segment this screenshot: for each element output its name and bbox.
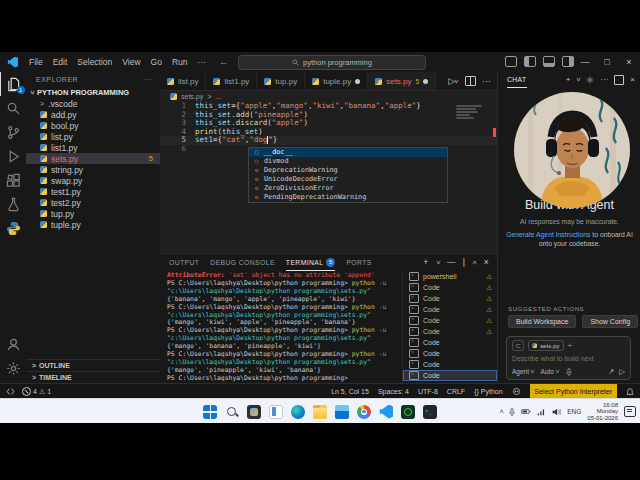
chat-more-icon[interactable]: ···: [600, 75, 608, 84]
menu-view[interactable]: View: [117, 57, 145, 67]
taskbar-chrome-icon[interactable]: [357, 405, 371, 419]
minimize-button[interactable]: —: [574, 52, 596, 72]
activity-bar-settings[interactable]: [0, 356, 26, 380]
activity-bar-source-control[interactable]: [0, 120, 26, 144]
file-test1.py[interactable]: test1.py: [26, 186, 160, 197]
attach-context-icon[interactable]: ⊂: [512, 340, 524, 351]
context-chip[interactable]: sets.py: [528, 340, 564, 351]
outline-section[interactable]: >OUTLINE: [26, 359, 160, 371]
tab-list1.py[interactable]: list1.py: [206, 72, 257, 90]
chat-input-box[interactable]: ⊂ sets.py + Describe what to build next …: [506, 336, 631, 380]
taskbar-snip-icon[interactable]: [269, 405, 283, 419]
model-picker[interactable]: Auto >: [541, 368, 560, 375]
taskbar-edge-icon[interactable]: [291, 405, 305, 419]
add-context-icon[interactable]: +: [568, 341, 573, 350]
panel-tab-ports[interactable]: PORTS: [346, 254, 371, 270]
copilot-icon[interactable]: [512, 387, 521, 396]
explorer-more-icon[interactable]: ···: [144, 76, 153, 83]
tab-tuple.py[interactable]: tuple.py: [305, 72, 368, 90]
breadcrumb-more[interactable]: ...: [215, 93, 221, 100]
menu-go[interactable]: Go: [146, 57, 167, 67]
toggle-panel-icon[interactable]: [543, 56, 555, 67]
toggle-secondary-sidebar-icon[interactable]: [562, 56, 574, 67]
file-tup.py[interactable]: tup.py: [26, 208, 160, 219]
suggestion-ZeroDivisionError[interactable]: ◇ZeroDivisionError: [249, 184, 447, 193]
taskbar-store-icon[interactable]: [335, 405, 349, 419]
chat-close-icon[interactable]: ×: [630, 75, 635, 84]
taskbar-photos-icon[interactable]: [247, 405, 261, 419]
select-python-interpreter-button[interactable]: Select Python Interpreter: [530, 384, 617, 399]
activity-bar-extensions[interactable]: [0, 168, 26, 192]
status-ln[interactable]: Ln 5, Col 15: [331, 388, 369, 395]
suggestion-DeprecationWarning[interactable]: ◇DeprecationWarning: [249, 166, 447, 175]
activity-bar-testing[interactable]: [0, 192, 26, 216]
file-string.py[interactable]: string.py: [26, 164, 160, 175]
notifications-bell-icon[interactable]: [626, 387, 634, 396]
suggestion-divmod[interactable]: ○divmod: [249, 157, 447, 166]
taskbar-search-icon[interactable]: [225, 405, 239, 419]
breadcrumb[interactable]: sets.py > ...: [160, 91, 497, 102]
tab-tup.py[interactable]: tup.py: [257, 72, 305, 90]
taskbar-start-icon[interactable]: [203, 405, 217, 419]
status-crlf[interactable]: CRLF: [447, 388, 465, 395]
new-terminal-icon[interactable]: +: [423, 257, 428, 267]
chat-history-icon[interactable]: >: [575, 78, 582, 82]
suggestion-__doc__[interactable]: □__doc__: [249, 148, 447, 157]
hidden-icons-chevron[interactable]: >: [498, 409, 505, 413]
tray-battery-icon[interactable]: [521, 408, 531, 415]
menu-more[interactable]: ···: [193, 57, 212, 67]
voice-input-icon[interactable]: [566, 368, 572, 376]
activity-bar-python[interactable]: [0, 216, 26, 240]
tray-mic-icon[interactable]: [509, 408, 515, 416]
workspace-root-folder[interactable]: >PYTHON PROGRAMMING: [26, 86, 160, 98]
file-add.py[interactable]: add.py: [26, 109, 160, 120]
activity-bar-search[interactable]: [0, 96, 26, 120]
mode-picker[interactable]: Agent >: [512, 368, 535, 375]
taskbar-terminal-icon[interactable]: [423, 405, 437, 419]
file-swap.py[interactable]: swap.py: [26, 175, 160, 186]
activity-bar-account[interactable]: [0, 332, 26, 356]
file-.vscode[interactable]: >.vscode: [26, 98, 160, 109]
breadcrumb-file[interactable]: sets.py: [181, 93, 203, 100]
terminal-session-powershell[interactable]: powershell⚠: [403, 271, 497, 282]
clock[interactable]: 16:08 Monday 05-01-2026: [587, 402, 618, 422]
file-tuple.py[interactable]: tuple.py: [26, 219, 160, 230]
tray-volume-icon[interactable]: [552, 408, 561, 416]
customize-layout-icon[interactable]: [505, 56, 517, 67]
chat-expand-icon[interactable]: [614, 75, 624, 85]
build-workspace-button[interactable]: Build Workspace: [508, 315, 576, 328]
code-editor[interactable]: 1this_set={"apple","mango","kiwi","banan…: [160, 102, 497, 253]
code-line-5[interactable]: 5set1={"cat","dog"}: [160, 136, 497, 145]
timeline-section[interactable]: >TIMELINE: [26, 371, 160, 383]
nav-back-icon[interactable]: ←: [219, 57, 232, 67]
chat-tab[interactable]: CHAT: [507, 72, 527, 88]
editor-more-actions-icon[interactable]: ···: [482, 76, 491, 86]
suggestion-UnicodeDecodeError[interactable]: ◇UnicodeDecodeError: [249, 175, 447, 184]
terminal-output[interactable]: AttributeError: 'set' object has no attr…: [160, 270, 403, 385]
panel-tab-terminal[interactable]: TERMINAL5: [286, 254, 336, 271]
file-list1.py[interactable]: list1.py: [26, 142, 160, 153]
maximize-panel-icon[interactable]: >: [471, 260, 478, 264]
tab-list.py[interactable]: list.py: [160, 72, 206, 90]
file-test2.py[interactable]: test2.py: [26, 197, 160, 208]
panel-tab-debug-console[interactable]: DEBUG CONSOLE: [210, 254, 275, 270]
language-indicator[interactable]: ENG: [567, 408, 581, 415]
menu-run[interactable]: Run: [167, 57, 193, 67]
activity-bar-explorer[interactable]: 1: [0, 72, 27, 96]
tray-network-icon[interactable]: [537, 408, 546, 416]
terminal-dropdown-icon[interactable]: >: [434, 260, 441, 264]
file-bool.py[interactable]: bool.py: [26, 120, 160, 131]
menu-edit[interactable]: Edit: [48, 57, 73, 67]
terminal-session-Code[interactable]: Code⚠: [403, 315, 497, 326]
file-sets.py[interactable]: sets.py5: [26, 153, 160, 164]
toggle-sidebar-icon[interactable]: [524, 56, 536, 67]
taskbar-file-explorer-icon[interactable]: [313, 405, 327, 419]
file-list.py[interactable]: list.py: [26, 131, 160, 142]
tab-sets.py[interactable]: sets.py5: [368, 72, 436, 90]
remote-indicator-icon[interactable]: [6, 387, 15, 396]
taskbar-vscode-icon[interactable]: [379, 405, 393, 419]
problems-indicator[interactable]: 4 ⚠ 1: [22, 387, 51, 396]
terminal-session-Code[interactable]: Code: [403, 370, 497, 381]
activity-bar-run-debug[interactable]: [0, 144, 26, 168]
status-utf-8[interactable]: UTF-8: [418, 388, 438, 395]
